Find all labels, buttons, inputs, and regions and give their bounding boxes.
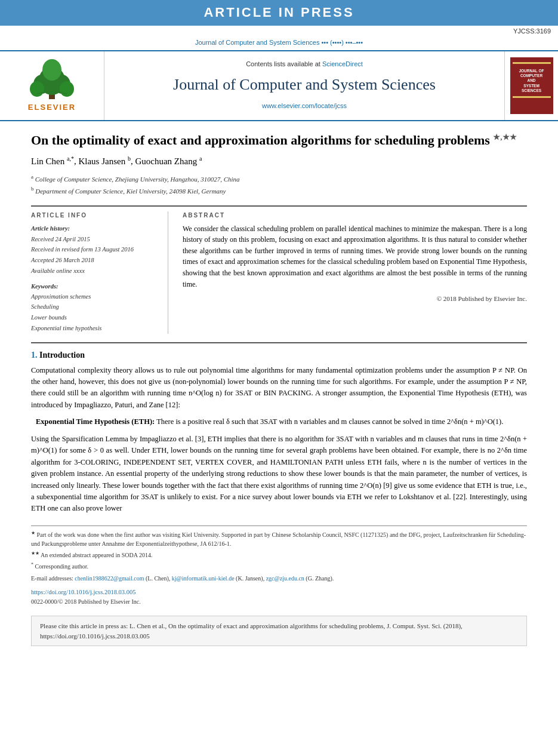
abstract-text: We consider the classical scheduling pro… — [183, 223, 527, 290]
abstract-panel: ABSTRACT We consider the classical sched… — [183, 211, 527, 334]
email-label: E-mail addresses: — [31, 575, 73, 582]
keyword-3: Exponential time hypothesis — [31, 323, 157, 334]
paper-title-text: On the optimality of exact and approxima… — [31, 133, 490, 147]
affiliation-a: a College of Computer Science, Zhejiang … — [31, 173, 527, 185]
email-section: E-mail addresses: chenlin1988622@gmail.c… — [31, 574, 527, 583]
keywords-section: Keywords: Approximation schemes Scheduli… — [31, 282, 157, 334]
intro-title: 1. Introduction — [31, 349, 527, 361]
eth-definition: Exponential Time Hypothesis (ETH): There… — [31, 416, 527, 428]
affiliations: a College of Computer Science, Zhejiang … — [31, 173, 527, 197]
paper-content: On the optimality of exact and approxima… — [0, 121, 558, 657]
divider-title-info — [31, 205, 527, 207]
journal-title: Journal of Computer and System Sciences — [173, 74, 436, 96]
keyword-1: Scheduling — [31, 302, 157, 312]
intro-paragraph-1: Computational complexity theory allows u… — [31, 365, 527, 411]
intro-paragraph-2: Using the Sparsification Lemma by Impagl… — [31, 434, 527, 515]
authors: Lin Chen a,*, Klaus Jansen b, Guochuan Z… — [31, 155, 527, 168]
footnote-star2-text: An extended abstract appeared in SODA 20… — [41, 552, 152, 558]
history-revised: Received in revised form 13 August 2016 — [31, 244, 157, 255]
email-jansen-name: (K. Jansen) — [236, 575, 263, 582]
yjcss-id: YJCSS:3169 — [0, 26, 558, 37]
intro-section-num: 1. — [31, 351, 38, 359]
footnote-star2: ★★ An extended abstract appeared in SODA… — [31, 550, 527, 560]
eth-body: There is a positive real δ such that 3SA… — [156, 417, 503, 426]
divider-abstract-intro — [31, 342, 527, 343]
footnote-star1-text: Part of the work was done when the first… — [31, 531, 526, 547]
abstract-copyright: © 2018 Published by Elsevier Inc. — [183, 294, 527, 303]
sciencedirect-line: Contents lists available at ScienceDirec… — [246, 60, 363, 69]
elsevier-tree-icon — [19, 58, 85, 100]
paper-title-stars: ★,★★ — [493, 132, 516, 141]
keywords-label: Keywords: — [31, 282, 157, 291]
jcss-cover-image: JOURNAL OFCOMPUTERANDSYSTEMSCIENCES — [510, 57, 553, 114]
journal-ref-line: Journal of Computer and System Sciences … — [0, 37, 558, 50]
svg-point-6 — [42, 59, 61, 81]
elsevier-url[interactable]: www.elsevier.com/locate/jcss — [262, 102, 347, 110]
abstract-heading: ABSTRACT — [183, 211, 527, 220]
footnote-star1: ★ Part of the work was done when the fir… — [31, 530, 527, 548]
keywords-list: Approximation schemes Scheduling Lower b… — [31, 291, 157, 334]
elsevier-label: ELSEVIER — [28, 102, 76, 113]
email-zhang[interactable]: zgc@zju.edu.cn — [266, 575, 304, 582]
footnote-star3-text: Corresponding author. — [35, 564, 88, 570]
email-jansen[interactable]: kj@informatik.uni-kiel.de — [172, 575, 235, 582]
history-accepted: Accepted 26 March 2018 — [31, 255, 157, 266]
journal-header-center: Contents lists available at ScienceDirec… — [104, 51, 504, 120]
journal-cover-right: JOURNAL OFCOMPUTERANDSYSTEMSCIENCES — [504, 51, 558, 120]
svg-point-5 — [60, 81, 74, 97]
footnotes-section: ★ Part of the work was done when the fir… — [31, 525, 527, 583]
paper-title: On the optimality of exact and approxima… — [31, 132, 527, 149]
keyword-2: Lower bounds — [31, 312, 157, 323]
article-history: Article history: Received 24 April 2015 … — [31, 223, 157, 276]
history-received: Received 24 April 2015 — [31, 234, 157, 245]
article-info-heading: ARTICLE INFO — [31, 211, 157, 220]
intro-title-text: Introduction — [39, 351, 85, 359]
affiliation-b: b Department of Computer Science, Kiel U… — [31, 185, 527, 196]
info-abstract-row: ARTICLE INFO Article history: Received 2… — [31, 211, 527, 334]
journal-header: ELSEVIER Contents lists available at Sci… — [0, 50, 558, 121]
keyword-0: Approximation schemes — [31, 291, 157, 302]
email-chen[interactable]: chenlin1988622@gmail.com — [75, 575, 144, 582]
svg-point-4 — [30, 81, 44, 97]
doi-section: https://doi.org/10.1016/j.jcss.2018.03.0… — [31, 588, 527, 607]
intro-section: 1. Introduction Computational complexity… — [31, 349, 527, 515]
elsevier-logo-left: ELSEVIER — [0, 51, 104, 120]
doi-link[interactable]: https://doi.org/10.1016/j.jcss.2018.03.0… — [31, 589, 135, 595]
open-access-line: 0022-0000/© 2018 Published by Elsevier I… — [31, 598, 527, 606]
citation-box: Please cite this article in press as: L.… — [31, 616, 527, 646]
article-info-panel: ARTICLE INFO Article history: Received 2… — [31, 211, 168, 334]
article-in-press-banner: ARTICLE IN PRESS — [0, 0, 558, 26]
email-zhang-name: (G. Zhang) — [306, 575, 332, 582]
sciencedirect-link[interactable]: ScienceDirect — [322, 60, 363, 67]
email-chen-name: (L. Chen) — [146, 575, 169, 582]
eth-label: Exponential Time Hypothesis (ETH): — [36, 417, 155, 426]
history-label: Article history: — [31, 223, 157, 234]
sciencedirect-label: Contents lists available at — [246, 60, 320, 67]
history-available: Available online xxxx — [31, 266, 157, 276]
footnote-star3: * Corresponding author. — [31, 561, 527, 571]
